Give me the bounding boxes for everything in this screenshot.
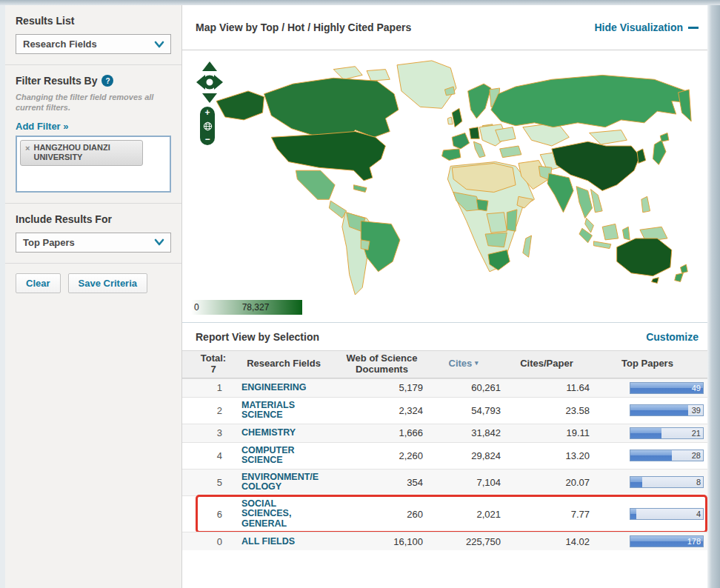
top-papers-bar[interactable]: 21 [630,427,704,439]
map-region-kamchatka [679,90,692,121]
map-region-india [547,173,573,213]
include-results-label: Include Results For [16,213,171,225]
zoom-out-icon[interactable]: − [204,135,210,144]
map-visualization[interactable]: + − 0 78,327 [182,50,707,323]
column-top-papers[interactable]: Top Papers [591,356,704,372]
map-region-italy [473,141,485,157]
top-papers-bar[interactable]: 49 [630,382,704,394]
research-field-link[interactable]: SOCIAL SCIENCES, GENERAL [228,496,339,532]
research-field-link[interactable]: ALL FIELDS [228,534,339,550]
research-field-link[interactable]: ENGINEERING [228,380,339,396]
top-papers-value: 28 [692,451,701,460]
legend-max-value: 78,327 [242,302,270,313]
map-region-central-america [329,201,346,218]
results-list-select[interactable]: Research Fields [16,34,171,54]
report-view-header: Report View by Selection Customize [182,323,707,350]
table-row[interactable]: 0 ALL FIELDS 16,100 225,750 14.02 178 [182,532,707,550]
filter-tag-hangzhou-dianzi-university[interactable]: × HANGZHOU DIANZI UNIVERSITY [20,140,143,167]
top-papers-bar[interactable]: 4 [630,508,704,520]
map-region-uk [452,108,462,127]
top-papers-bar[interactable]: 39 [630,404,704,416]
research-field-link[interactable]: ENVIRONMENT/E COLOGY [228,470,339,495]
remove-filter-icon[interactable]: × [25,143,30,153]
table-row[interactable]: 4 COMPUTER SCIENCE 2,260 29,824 13.20 28 [182,442,707,469]
map-region-tasmania [652,278,659,284]
window-top-edge [0,0,720,5]
include-results-select[interactable]: Top Papers [16,233,171,253]
top-papers-value: 39 [692,406,701,415]
map-region-spain [442,149,461,161]
row-rank: 4 [199,447,228,464]
filter-results-section: Filter Results By ? Changing the filter … [5,65,181,204]
map-region-greenland [397,61,456,108]
sidebar-buttons: Clear Save Criteria [5,264,181,303]
include-results-selected-value: Top Papers [23,237,75,248]
map-region-sulawesi [622,227,630,240]
table-row[interactable]: 6 SOCIAL SCIENCES, GENERAL 260 2,021 7.7… [182,495,707,532]
research-field-link[interactable]: CHEMISTRY [228,425,339,441]
wos-documents-value: 260 [339,506,424,523]
map-region-java [593,241,610,249]
cites-per-paper-value: 23.58 [502,402,591,419]
map-region-kazakhstan [523,123,569,146]
row-rank: 0 [199,533,228,550]
customize-link[interactable]: Customize [646,331,699,343]
top-papers-bar-fill [630,405,688,415]
table-row[interactable]: 1 ENGINEERING 5,179 60,261 11.64 49 [182,378,707,397]
cites-value: 54,793 [424,402,502,419]
row-rank: 5 [199,474,228,491]
help-icon[interactable]: ? [101,75,113,87]
table-row[interactable]: 3 CHEMISTRY 1,666 31,842 19.11 21 [182,424,707,442]
top-papers-bar-fill [630,477,642,487]
map-region-mongolia [590,130,627,145]
top-papers-bar[interactable]: 28 [630,450,704,461]
row-rank: 1 [199,379,228,396]
hide-visualization-link[interactable]: Hide Visualization [594,21,699,33]
map-pan-control[interactable] [194,61,225,104]
scrollbar-track[interactable] [707,5,720,588]
save-criteria-button[interactable]: Save Criteria [68,273,148,293]
column-cites-per-paper[interactable]: Cites/Paper [502,356,591,372]
clear-button[interactable]: Clear [16,273,61,293]
map-region-southern-africa [485,233,507,247]
cites-value: 29,824 [424,447,502,464]
map-zoom-control[interactable]: + − [200,107,215,145]
map-region-canada [264,78,398,141]
wos-documents-value: 16,100 [339,533,424,550]
world-choropleth-map[interactable] [211,58,704,296]
table-row[interactable]: 5 ENVIRONMENT/E COLOGY 354 7,104 20.07 8 [182,469,707,495]
wos-documents-value: 1,666 [339,424,424,441]
map-region-arctic-islands [367,70,390,81]
column-wos-documents[interactable]: Web of Science Documents [339,351,424,378]
wos-documents-value: 5,179 [339,379,424,396]
add-filter-link[interactable]: Add Filter » [16,121,69,132]
map-region-vietnam [591,190,603,213]
map-panel-header: Map View by Top / Hot / Highly Cited Pap… [182,5,707,50]
globe-icon[interactable] [203,121,213,131]
legend-min-value: 0 [194,302,199,313]
filter-tag-label: HANGZHOU DIANZI UNIVERSITY [33,143,136,164]
report-table-body: 1 ENGINEERING 5,179 60,261 11.64 49 2 MA… [182,378,707,551]
top-papers-bar-fill [630,428,661,438]
column-research-fields[interactable]: Research Fields [228,356,339,372]
cites-per-paper-value: 14.02 [502,533,591,550]
research-field-link[interactable]: COMPUTER SCIENCE [228,443,339,469]
row-rank: 2 [199,402,228,419]
pan-center-ring [204,77,215,87]
zoom-in-icon[interactable]: + [204,108,210,117]
collapse-minus-icon [688,27,699,29]
research-field-link[interactable]: MATERIALS SCIENCE [228,398,339,424]
chevron-down-icon [154,41,164,48]
map-region-madagascar [523,235,532,257]
filters-sidebar: Results List Research Fields Filter Resu… [5,5,182,588]
top-papers-bar[interactable]: 8 [630,476,704,488]
top-papers-bar[interactable]: 178 [630,535,704,547]
cites-per-paper-value: 20.07 [502,474,591,491]
pan-up-icon [202,61,217,71]
wos-documents-value: 354 [339,474,424,491]
column-cites-sorted[interactable]: Cites ▾ [424,356,502,372]
map-region-malay-peninsula [585,218,594,233]
map-region-australia [617,238,672,276]
table-row[interactable]: 2 MATERIALS SCIENCE 2,324 54,793 23.58 3… [182,397,707,424]
map-region-bolivia [361,240,370,250]
